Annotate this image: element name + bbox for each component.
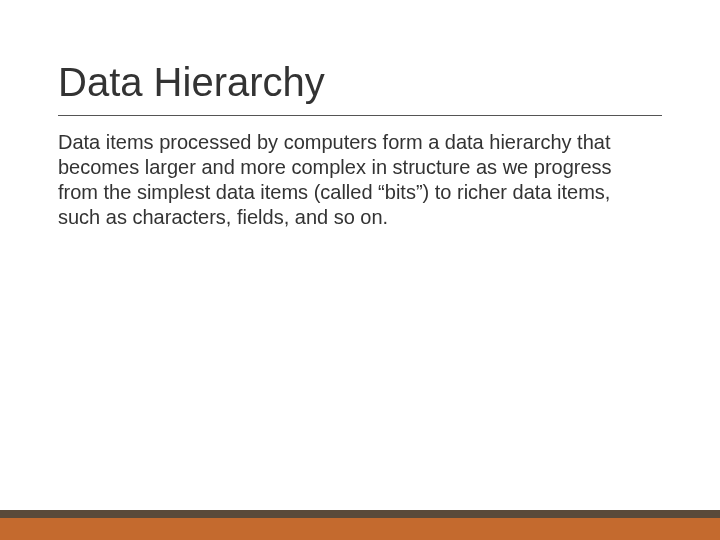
footer-band [0, 510, 720, 540]
slide-container: Data Hierarchy Data items processed by c… [0, 0, 720, 540]
slide-title: Data Hierarchy [58, 60, 662, 116]
footer-accent-top [0, 510, 720, 518]
slide-body-text: Data items processed by computers form a… [58, 130, 648, 230]
footer-accent-bottom [0, 518, 720, 540]
